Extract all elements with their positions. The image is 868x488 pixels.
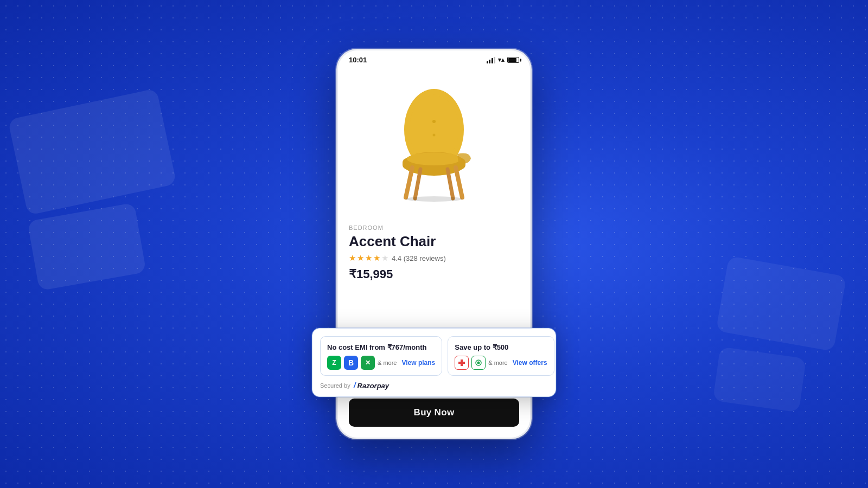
x-logo-icon: ✕ (361, 356, 375, 370)
wifi-icon: ▾▴ (498, 56, 505, 63)
offers-and-more: & more (488, 359, 507, 366)
rating-row: ★ ★ ★ ★ ★ 4.4 (328 reviews) (349, 253, 519, 263)
chair-image (380, 84, 488, 203)
razorpay-slash-icon: / (354, 381, 356, 390)
product-info: BEDROOM Accent Chair ★ ★ ★ ★ ★ 4.4 (328 … (338, 219, 530, 290)
svg-rect-12 (458, 362, 465, 364)
product-image-area (338, 67, 530, 219)
emi-and-more: & more (378, 359, 397, 366)
bajaj-logo-icon: B (344, 356, 358, 370)
rating-value: 4.4 (328 reviews) (392, 254, 446, 262)
razorpay-widget: No cost EMI from ₹767/month Z B ✕ & more… (312, 328, 556, 397)
product-category: BEDROOM (349, 224, 519, 231)
battery-icon (507, 57, 519, 63)
svg-point-14 (477, 362, 480, 364)
offers-card-title: Save up to ₹500 (455, 343, 547, 351)
offers-card: Save up to ₹500 (448, 336, 554, 376)
emi-card-title: No cost EMI from ₹767/month (327, 343, 435, 351)
secured-by-text: Secured by (320, 382, 350, 389)
widget-cards: No cost EMI from ₹767/month Z B ✕ & more… (320, 336, 548, 376)
view-offers-link[interactable]: View offers (513, 359, 547, 367)
view-plans-link[interactable]: View plans (401, 359, 435, 367)
svg-line-8 (415, 169, 420, 198)
signal-icon (487, 57, 496, 63)
svg-line-6 (406, 168, 412, 197)
star-3: ★ (365, 253, 372, 263)
star-4: ★ (373, 253, 380, 263)
product-name: Accent Chair (349, 233, 519, 250)
svg-point-4 (432, 120, 436, 123)
buy-button-area: Buy Now (338, 390, 530, 438)
svg-line-9 (448, 169, 453, 198)
hdfc-logo-icon (455, 356, 469, 370)
emi-logos: Z B ✕ & more View plans (327, 356, 435, 370)
phone-container: 10:01 ▾▴ (336, 49, 532, 439)
status-bar: 10:01 ▾▴ (338, 50, 530, 67)
offers-logos: & more View offers (455, 356, 547, 370)
status-icons: ▾▴ (487, 56, 520, 63)
svg-point-5 (433, 134, 436, 137)
buy-now-button[interactable]: Buy Now (349, 399, 519, 427)
star-1: ★ (349, 253, 356, 263)
svg-point-3 (407, 152, 461, 165)
star-2: ★ (357, 253, 364, 263)
star-rating: ★ ★ ★ ★ ★ (349, 253, 388, 263)
phonepe-logo-icon (471, 356, 486, 370)
svg-point-10 (406, 196, 462, 202)
star-5: ★ (381, 253, 388, 263)
svg-line-7 (456, 168, 462, 197)
time-display: 10:01 (349, 56, 367, 64)
product-price: ₹15,995 (349, 267, 519, 281)
emi-card: No cost EMI from ₹767/month Z B ✕ & more… (320, 336, 442, 376)
razorpay-logo: / Razorpay (354, 381, 389, 390)
razorpay-name: Razorpay (358, 382, 390, 390)
lazypay-logo-icon: Z (327, 356, 341, 370)
widget-footer: Secured by / Razorpay (320, 381, 548, 390)
